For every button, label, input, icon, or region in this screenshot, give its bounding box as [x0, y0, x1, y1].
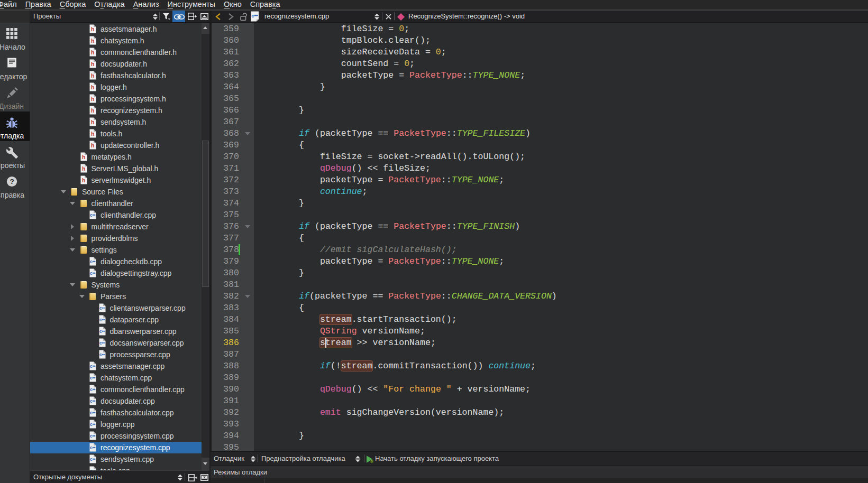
svg-text:c: c [99, 340, 102, 346]
svg-text:c: c [90, 422, 93, 427]
svg-text:h: h [91, 72, 94, 79]
svg-text:h: h [91, 119, 94, 125]
svg-text:c: c [90, 375, 93, 380]
svg-text:h: h [81, 154, 85, 160]
svg-text:c: c [251, 13, 254, 18]
svg-text:h: h [91, 26, 94, 32]
svg-text:c: c [90, 271, 93, 276]
svg-text:h: h [91, 96, 94, 102]
svg-text:c: c [90, 387, 93, 392]
svg-text:h: h [91, 38, 94, 44]
svg-text:c: c [90, 212, 93, 218]
svg-text:c: c [90, 445, 93, 450]
svg-text:?: ? [10, 178, 14, 185]
svg-text:h: h [91, 49, 94, 55]
svg-text:h: h [81, 165, 85, 172]
svg-text:h: h [91, 142, 94, 148]
svg-text:c: c [90, 457, 93, 462]
svg-text:c: c [99, 329, 102, 334]
svg-text:c: c [99, 317, 102, 322]
svg-text:h: h [91, 107, 94, 114]
svg-text:c: c [90, 398, 93, 404]
svg-text:c: c [99, 305, 102, 311]
svg-text:h: h [91, 61, 94, 67]
svg-text:c: c [90, 364, 93, 369]
svg-text:c: c [90, 410, 93, 415]
svg-text:c: c [99, 352, 102, 357]
svg-text:c: c [90, 433, 93, 439]
svg-text:h: h [81, 177, 85, 183]
svg-text:h: h [91, 131, 94, 137]
svg-text:c: c [90, 259, 93, 264]
svg-text:h: h [91, 84, 94, 90]
